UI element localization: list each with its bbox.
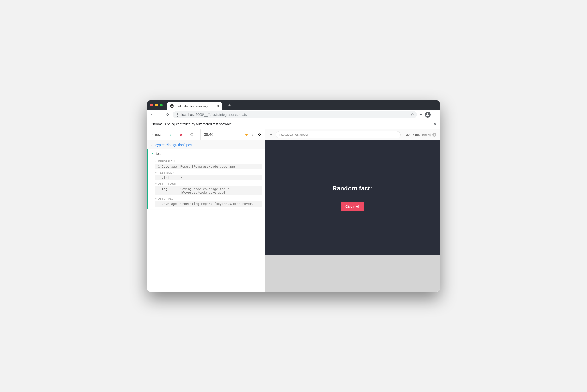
new-tab-button[interactable]: ＋ xyxy=(227,102,232,108)
command-name: log xyxy=(162,187,180,191)
caret-down-icon: ▾ xyxy=(155,160,157,162)
command-row[interactable]: 1 Coverage Generating report [@cypress/c… xyxy=(155,201,262,206)
reload-button[interactable]: ⟳ xyxy=(165,112,170,117)
tests-label: Tests xyxy=(155,133,162,137)
selector-playground-icon[interactable] xyxy=(268,132,272,137)
site-info-icon[interactable]: i xyxy=(176,113,179,116)
cypress-favicon-icon: cy xyxy=(170,104,174,108)
section-after-all[interactable]: ▾ AFTER ALL xyxy=(148,195,264,201)
command-name: Coverage xyxy=(162,165,180,168)
command-number: 1 xyxy=(155,187,162,191)
viewport-scale: (66%) xyxy=(422,133,431,137)
caret-down-icon: ▾ xyxy=(155,182,157,185)
test-name: test xyxy=(156,152,161,156)
aut-panel: http://localhost:5000/ 1000 x 660 (66%) … xyxy=(265,129,440,292)
stats-cell: ✔ 1 ✖ -- -- xyxy=(166,129,200,140)
tab-title: understanding-coverage xyxy=(176,104,214,108)
banner-text: Chrome is being controlled by automated … xyxy=(151,122,233,126)
close-window-icon[interactable] xyxy=(150,104,153,106)
section-label-text: AFTER EACH xyxy=(158,182,176,185)
automation-banner: Chrome is being controlled by automated … xyxy=(147,120,440,129)
browser-window: cy understanding-coverage ✕ ＋ ← → ⟳ i lo… xyxy=(147,100,440,292)
rerun-tests-icon[interactable]: ⟳ xyxy=(258,132,261,137)
x-icon: ✖ xyxy=(180,133,183,137)
profile-avatar-icon[interactable] xyxy=(425,112,431,118)
maximize-window-icon[interactable] xyxy=(160,104,163,106)
browser-menu-icon[interactable]: ⋮ xyxy=(433,112,437,117)
chevron-left-icon: 〈 xyxy=(151,132,154,137)
forward-button[interactable]: → xyxy=(157,112,163,117)
failed-count: ✖ -- xyxy=(180,133,186,137)
extensions-icon[interactable]: ✦ xyxy=(419,112,422,117)
traffic-lights xyxy=(150,104,163,106)
check-icon: ✔ xyxy=(151,152,154,156)
command-name: visit xyxy=(162,176,180,180)
section-test-body[interactable]: ▾ TEST BODY xyxy=(148,169,264,175)
command-number: 1 xyxy=(155,202,162,206)
reporter-header: 〈 Tests ✔ 1 ✖ -- - xyxy=(147,129,264,140)
runner-controls: ↕ ⟳ xyxy=(217,129,264,140)
command-row[interactable]: 1 log Saving code coverage for / [@cypre… xyxy=(155,186,262,195)
back-to-tests-button[interactable]: 〈 Tests xyxy=(147,129,166,140)
content-area: 〈 Tests ✔ 1 ✖ -- - xyxy=(147,129,440,292)
command-message: Reset [@cypress/code-coverage] xyxy=(180,165,262,168)
app-heading: Random fact: xyxy=(332,185,372,192)
status-dot-icon xyxy=(245,134,248,136)
omnibox[interactable]: i localhost:5000/__/#/tests/integration/… xyxy=(173,111,417,118)
svg-point-0 xyxy=(270,134,271,135)
section-label-text: BEFORE ALL xyxy=(158,160,176,163)
section-label-text: TEST BODY xyxy=(158,171,174,174)
give-me-button[interactable]: Give me! xyxy=(341,202,364,211)
spec-path-text: cypress/integration/spec.ts xyxy=(155,143,195,147)
command-name: Coverage xyxy=(162,202,180,206)
command-message: Generating report [@cypress/code-cover… xyxy=(180,202,262,206)
passed-count: ✔ 1 xyxy=(169,133,175,137)
bookmark-icon[interactable]: ☆ xyxy=(411,112,414,117)
aut-header: http://localhost:5000/ 1000 x 660 (66%) … xyxy=(265,129,440,140)
aut-url-display[interactable]: http://localhost:5000/ xyxy=(276,131,401,138)
command-number: 1 xyxy=(155,165,162,168)
close-tab-icon[interactable]: ✕ xyxy=(216,104,219,108)
check-icon: ✔ xyxy=(169,133,172,137)
section-before-all[interactable]: ▾ BEFORE ALL xyxy=(148,158,264,164)
browser-tab[interactable]: cy understanding-coverage ✕ xyxy=(167,102,222,110)
aut-url-text: http://localhost:5000/ xyxy=(279,133,308,136)
viewport-info: 1000 x 660 (66%) i xyxy=(404,133,436,137)
back-button[interactable]: ← xyxy=(150,112,155,117)
file-icon: 🗎 xyxy=(150,143,154,147)
viewport-size: 1000 x 660 xyxy=(404,133,421,137)
section-label-text: AFTER ALL xyxy=(158,197,173,200)
test-block: ✔ test ▾ BEFORE ALL 1 Coverage Reset [@c… xyxy=(147,149,264,209)
banner-close-icon[interactable]: ✕ xyxy=(433,122,436,126)
caret-down-icon: ▾ xyxy=(155,171,157,174)
command-message: Saving code coverage for / [@cypress/cod… xyxy=(180,187,262,194)
caret-down-icon: ▾ xyxy=(155,198,157,200)
command-row[interactable]: 1 Coverage Reset [@cypress/code-coverage… xyxy=(155,164,262,169)
spec-file-link[interactable]: 🗎 cypress/integration/spec.ts xyxy=(147,140,264,149)
titlebar: cy understanding-coverage ✕ ＋ xyxy=(147,100,440,110)
test-title-row[interactable]: ✔ test xyxy=(148,149,264,158)
aut-stage: Random fact: Give me! xyxy=(265,140,440,292)
address-bar: ← → ⟳ i localhost:5000/__/#/tests/integr… xyxy=(147,110,440,120)
spinner-icon xyxy=(190,133,194,136)
omnibox-url: localhost:5000/__/#/tests/integration/sp… xyxy=(181,113,246,116)
cypress-reporter-panel: 〈 Tests ✔ 1 ✖ -- - xyxy=(147,129,265,292)
toggle-auto-scroll-icon[interactable]: ↕ xyxy=(252,132,254,137)
command-row[interactable]: 1 visit / xyxy=(155,175,262,180)
application-under-test: Random fact: Give me! xyxy=(265,140,440,255)
pending-count: -- xyxy=(190,133,197,137)
command-message: / xyxy=(180,176,262,180)
section-after-each[interactable]: ▾ AFTER EACH xyxy=(148,180,264,186)
minimize-window-icon[interactable] xyxy=(155,104,158,106)
duration: 00.40 xyxy=(200,129,217,140)
info-icon[interactable]: i xyxy=(432,133,436,137)
command-number: 1 xyxy=(155,176,162,180)
